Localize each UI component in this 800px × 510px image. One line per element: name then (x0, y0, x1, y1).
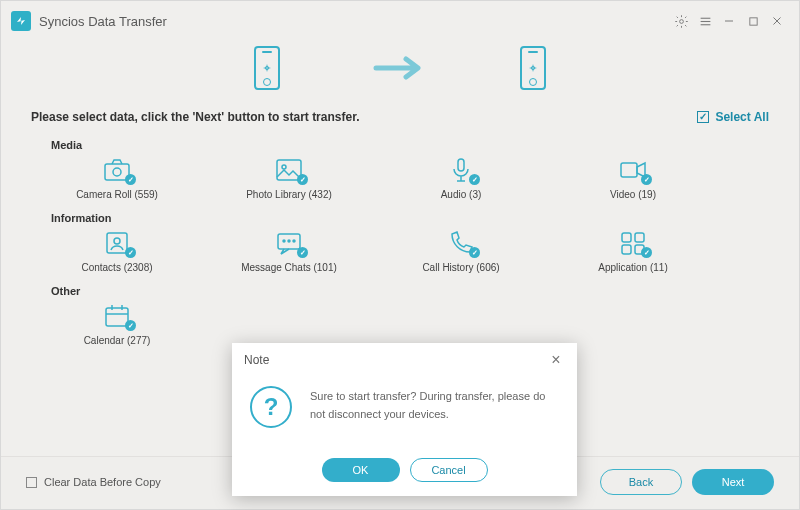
device-row (1, 41, 799, 110)
app-logo (11, 11, 31, 31)
photo-icon (274, 157, 304, 183)
svg-rect-5 (749, 17, 756, 24)
source-phone-icon (254, 46, 280, 90)
phone-icon (446, 230, 476, 256)
content: Please select data, click the 'Next' but… (1, 110, 799, 456)
item-video[interactable]: Video (19) (547, 157, 719, 200)
svg-point-21 (114, 238, 120, 244)
clear-data-checkbox[interactable]: Clear Data Before Copy (26, 476, 161, 488)
item-label: Calendar (277) (84, 335, 151, 346)
camera-icon (102, 157, 132, 183)
item-label: Contacts (2308) (81, 262, 152, 273)
svg-point-17 (282, 165, 286, 169)
checkbox-icon (26, 477, 37, 488)
microphone-icon (446, 157, 476, 183)
svg-point-0 (679, 19, 683, 23)
instruction-text: Please select data, click the 'Next' but… (31, 110, 697, 124)
app-window: Syncios Data Transfer Please select data… (0, 0, 800, 510)
svg-point-23 (283, 240, 285, 242)
back-button[interactable]: Back (600, 469, 682, 495)
close-button[interactable] (765, 9, 789, 33)
svg-point-15 (113, 168, 121, 176)
item-contacts[interactable]: Contacts (2308) (31, 230, 203, 273)
footer: Clear Data Before Copy Back Next (1, 456, 799, 509)
calendar-icon (102, 303, 132, 329)
select-all-checkbox[interactable]: Select All (697, 110, 769, 124)
clear-data-label: Clear Data Before Copy (44, 476, 161, 488)
next-button[interactable]: Next (692, 469, 774, 495)
item-camera-roll[interactable]: Camera Roll (559) (31, 157, 203, 200)
item-label: Photo Library (432) (246, 189, 332, 200)
svg-point-24 (288, 240, 290, 242)
svg-rect-20 (107, 233, 127, 253)
item-call-history[interactable]: Call History (606) (375, 230, 547, 273)
menu-button[interactable] (693, 9, 717, 33)
check-icon (697, 111, 709, 123)
select-all-label: Select All (715, 110, 769, 124)
app-title: Syncios Data Transfer (39, 14, 669, 29)
contacts-icon (102, 230, 132, 256)
maximize-button[interactable] (741, 9, 765, 33)
item-label: Call History (606) (422, 262, 499, 273)
svg-rect-26 (622, 233, 631, 242)
section-media-label: Media (51, 139, 769, 151)
item-message-chats[interactable]: Message Chats (101) (203, 230, 375, 273)
svg-rect-18 (458, 159, 464, 171)
section-information-label: Information (51, 212, 769, 224)
message-icon (274, 230, 304, 256)
svg-rect-27 (635, 233, 644, 242)
item-label: Video (19) (610, 189, 656, 200)
item-photo-library[interactable]: Photo Library (432) (203, 157, 375, 200)
item-label: Application (11) (598, 262, 667, 273)
target-phone-icon (520, 46, 546, 90)
item-calendar[interactable]: Calendar (277) (31, 303, 203, 346)
svg-point-25 (293, 240, 295, 242)
item-application[interactable]: Application (11) (547, 230, 719, 273)
transfer-arrow-icon (280, 54, 520, 82)
section-other-label: Other (51, 285, 769, 297)
video-icon (618, 157, 648, 183)
item-label: Audio (3) (441, 189, 482, 200)
item-label: Message Chats (101) (241, 262, 337, 273)
item-label: Camera Roll (559) (76, 189, 158, 200)
svg-rect-28 (622, 245, 631, 254)
svg-rect-19 (621, 163, 637, 177)
item-audio[interactable]: Audio (3) (375, 157, 547, 200)
minimize-button[interactable] (717, 9, 741, 33)
titlebar: Syncios Data Transfer (1, 1, 799, 41)
settings-button[interactable] (669, 9, 693, 33)
apps-icon (618, 230, 648, 256)
